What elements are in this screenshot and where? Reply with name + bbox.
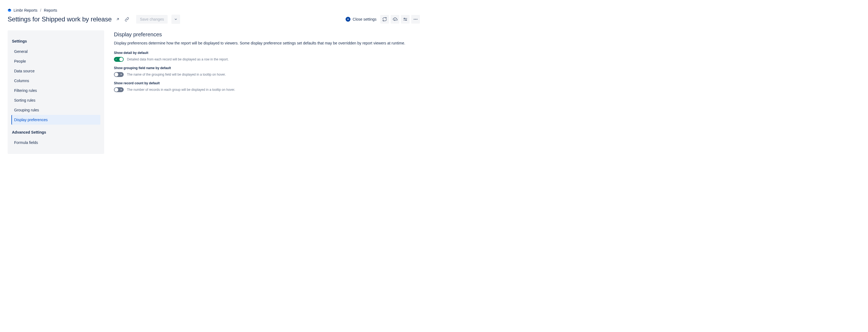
breadcrumb-link-section[interactable]: Reports [44,8,57,12]
save-button[interactable]: Save changes [136,15,168,24]
pref-field-help: Detailed data from each record will be d… [127,58,229,61]
pref-field-label: Show grouping field name by default [114,66,420,70]
settings-sidebar: Settings GeneralPeopleData sourceColumns… [8,30,104,154]
sidebar-item-grouping-rules[interactable]: Grouping rules [11,105,100,115]
save-menu-button[interactable] [172,14,180,24]
x-icon: ✕ [120,89,122,91]
pref-field-help: The name of the grouping field will be d… [127,73,226,76]
sidebar-item-people[interactable]: People [11,56,100,66]
svg-point-7 [406,20,407,21]
more-horizontal-icon [413,17,418,22]
breadcrumb: Limbr Reports / Reports [8,8,420,12]
page-title: Settings for Shipped work by release [8,15,112,23]
sidebar-heading-advanced: Advanced Settings [11,128,100,137]
close-icon [346,17,350,22]
sidebar-item-general[interactable]: General [11,46,100,56]
sidebar-item-formula-fields[interactable]: Formula fields [11,138,100,147]
project-logo-icon [8,8,11,12]
toggle[interactable]: ✕ [114,87,124,92]
x-icon: ✕ [120,73,122,76]
refresh-icon [382,17,387,22]
sidebar-item-sorting-rules[interactable]: Sorting rules [11,95,100,105]
more-button[interactable] [411,15,420,24]
chevron-down-icon [174,18,178,21]
open-external-icon[interactable] [115,16,121,23]
download-button[interactable] [391,15,399,24]
adjust-button[interactable] [401,15,410,24]
copy-link-icon[interactable] [124,16,130,23]
sidebar-item-data-source[interactable]: Data source [11,66,100,76]
section-description: Display preferences determine how the re… [114,40,420,46]
sliders-icon [403,17,408,22]
sidebar-item-columns[interactable]: Columns [11,76,100,86]
sidebar-item-filtering-rules[interactable]: Filtering rules [11,86,100,95]
close-settings-button[interactable]: Close settings [343,15,379,23]
breadcrumb-separator: / [40,8,41,12]
pref-field: Show grouping field name by default✕The … [114,66,420,77]
section-title: Display preferences [114,31,420,38]
refresh-button[interactable] [380,15,389,24]
sidebar-item-display-preferences[interactable]: Display preferences [11,115,100,125]
breadcrumb-link-project[interactable]: Limbr Reports [13,8,37,12]
pref-field: Show record count by default✕The number … [114,81,420,92]
toggle[interactable]: ✕ [114,72,124,77]
pref-field-label: Show detail by default [114,51,420,55]
sidebar-heading-settings: Settings [11,37,100,45]
main-panel: Display preferences Display preferences … [114,30,420,154]
svg-point-9 [415,19,416,20]
cloud-download-icon [393,17,397,22]
pref-field-label: Show record count by default [114,81,420,85]
check-icon: ✓ [115,58,118,61]
pref-field: Show detail by default✓Detailed data fro… [114,51,420,62]
svg-point-10 [416,19,417,20]
toggle[interactable]: ✓ [114,57,124,62]
pref-field-help: The number of records in each group will… [127,88,235,92]
svg-point-8 [414,19,414,20]
svg-point-5 [404,18,405,19]
